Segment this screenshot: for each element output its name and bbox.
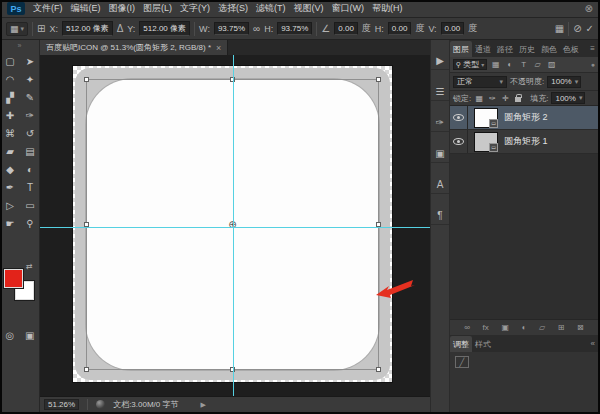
tool-zoom[interactable]: ⚲ [20, 214, 40, 232]
layer-filter-kind-dropdown[interactable]: ⚲ 类型 ▾ [453, 59, 487, 70]
close-document-icon[interactable]: × [216, 43, 221, 53]
quick-mask-button[interactable]: ◎ [5, 330, 14, 341]
tool-brush[interactable]: ✑ [20, 106, 40, 124]
tool-type[interactable]: T [20, 178, 40, 196]
tool-blur[interactable]: ◆ [0, 160, 20, 178]
relative-position-icon[interactable]: Δ [117, 24, 124, 34]
zoom-level-input[interactable]: 51.26% [44, 399, 79, 410]
commit-transform-icon[interactable]: ✓ [586, 24, 594, 34]
filter-type-layers-icon[interactable]: T [518, 60, 529, 69]
menu-image[interactable]: 图像(I) [109, 2, 136, 15]
opacity-dropdown[interactable]: 100% ▾ [547, 76, 581, 88]
transform-handle-bottom-right[interactable] [376, 367, 381, 372]
lock-transparent-pixels-icon[interactable]: ▦ [474, 94, 484, 103]
tool-eraser[interactable]: ▰ [0, 142, 20, 160]
transform-handle-middle-right[interactable] [376, 222, 381, 227]
tool-rectangular-marquee[interactable]: ▢ [0, 52, 20, 70]
tab-color[interactable]: 颜色 [538, 41, 560, 57]
menu-file[interactable]: 文件(F) [33, 2, 63, 15]
vertical-guide[interactable] [233, 55, 234, 396]
document-tab[interactable]: 百度贴吧ICON @ 51.3%(圆角矩形 2, RGB/8) * × [40, 40, 228, 55]
lock-all-icon[interactable] [515, 97, 521, 102]
tool-quick-selection[interactable]: ✦ [20, 70, 40, 88]
tab-adjustments[interactable]: 调整 [450, 336, 472, 352]
filter-adjustment-layers-icon[interactable]: ◐ [504, 60, 515, 69]
transform-handle-top-left[interactable] [84, 77, 89, 82]
new-group-icon[interactable]: ▱ [539, 323, 545, 332]
layer-thumbnail[interactable]: ▭ [474, 132, 498, 152]
layer-name[interactable]: 圆角矩形 1 [504, 135, 548, 148]
tab-styles[interactable]: 样式 [472, 336, 494, 352]
menu-layer[interactable]: 图层(L) [143, 2, 172, 15]
foreground-color-swatch[interactable] [4, 269, 23, 288]
tab-channels[interactable]: 通道 [472, 41, 494, 57]
maintain-aspect-ratio-icon[interactable]: ∞ [253, 24, 260, 34]
brush-presets-panel-icon[interactable]: ✑ [431, 114, 449, 132]
tool-history-brush[interactable]: ↺ [20, 124, 40, 142]
blend-mode-dropdown[interactable]: 正常 ▾ [453, 76, 507, 88]
collapse-panel-icon[interactable]: « [591, 339, 595, 348]
canvas-viewport[interactable]: ⊕ [40, 55, 430, 396]
filter-shape-layers-icon[interactable]: ▱ [532, 60, 543, 69]
filter-smart-object-icon[interactable]: ▨ [546, 60, 557, 69]
tool-move[interactable]: ➤ [20, 52, 40, 70]
tool-crop[interactable]: ▞ [0, 88, 20, 106]
tool-path-selection[interactable]: ▷ [0, 196, 20, 214]
panel-menu-icon[interactable]: ≡ [590, 44, 595, 53]
layer-name[interactable]: 圆角矩形 2 [504, 111, 548, 124]
menu-window[interactable]: 窗口(W) [332, 2, 365, 15]
horizontal-guide[interactable] [40, 227, 430, 228]
character-panel-icon[interactable]: A [431, 176, 449, 194]
layer-style-icon[interactable]: fx [483, 323, 489, 332]
tool-preset-button[interactable]: ▦ ▾ [6, 22, 28, 36]
layer-visibility-toggle[interactable] [450, 106, 468, 129]
link-layers-icon[interactable]: ∞ [464, 323, 470, 332]
warp-mode-icon[interactable]: ▦ [555, 24, 564, 34]
rotation-input[interactable]: 0.00 [334, 22, 358, 35]
width-input[interactable]: 93.75% [214, 22, 249, 35]
window-control-icon[interactable]: ⊗ [585, 3, 593, 14]
properties-panel-icon[interactable]: ☰ [431, 83, 449, 101]
h-skew-input[interactable]: 0.00 [388, 22, 412, 35]
add-layer-mask-icon[interactable]: ▣ [501, 323, 509, 332]
tab-history[interactable]: 历史 [516, 41, 538, 57]
tool-pen[interactable]: ✒ [0, 178, 20, 196]
fill-dropdown[interactable]: 100% ▾ [551, 92, 585, 104]
height-input[interactable]: 93.75% [277, 22, 312, 35]
tool-hand[interactable]: ☛ [0, 214, 20, 232]
delete-layer-icon[interactable]: ⊠ [577, 323, 584, 332]
v-skew-input[interactable]: 0.00 [441, 22, 465, 35]
new-adjustment-layer-icon[interactable]: ◐ [522, 323, 527, 332]
actions-panel-icon[interactable]: ▶ [431, 52, 449, 70]
lock-position-icon[interactable]: ✛ [500, 94, 510, 103]
tool-spot-healing-brush[interactable]: ✚ [0, 106, 20, 124]
panel-grip-icon[interactable]: » [0, 40, 39, 52]
transform-handle-middle-left[interactable] [84, 222, 89, 227]
tool-rectangle-shape[interactable]: ▭ [20, 196, 40, 214]
layer-visibility-toggle[interactable] [450, 130, 468, 153]
menu-type[interactable]: 文字(Y) [180, 2, 210, 15]
layer-row-rounded-rect-2[interactable]: ▭ 圆角矩形 2 [450, 106, 598, 130]
adjustment-preset-icon[interactable]: ╱ [455, 356, 469, 368]
menu-select[interactable]: 选择(S) [218, 2, 248, 15]
lock-image-pixels-icon[interactable]: ✑ [487, 94, 497, 103]
screen-mode-button[interactable]: ▣ [25, 330, 34, 341]
tool-dodge[interactable]: ◐ [20, 160, 40, 178]
tool-lasso[interactable]: ◠ [0, 70, 20, 88]
y-position-input[interactable]: 512.00 像素 [139, 21, 190, 36]
new-layer-icon[interactable]: ⊞ [558, 323, 565, 332]
filter-toggle-icon[interactable]: ● [591, 61, 595, 68]
swap-colors-icon[interactable]: ⇄ [26, 262, 33, 271]
paragraph-panel-icon[interactable]: ¶ [431, 207, 449, 225]
tab-swatches[interactable]: 色板 [560, 41, 582, 57]
layer-thumbnail[interactable]: ▭ [474, 108, 498, 128]
cancel-transform-icon[interactable]: ⊘ [573, 24, 581, 34]
tab-layers[interactable]: 图层 [450, 41, 472, 57]
transform-handle-top-right[interactable] [376, 77, 381, 82]
clone-source-panel-icon[interactable]: ▣ [431, 145, 449, 163]
menu-edit[interactable]: 编辑(E) [71, 2, 101, 15]
tool-gradient[interactable]: ▤ [20, 142, 40, 160]
reference-point-locator-icon[interactable]: ⊞ [37, 24, 45, 34]
menu-filter[interactable]: 滤镜(T) [256, 2, 286, 15]
filter-pixel-layers-icon[interactable]: ▦ [490, 60, 501, 69]
